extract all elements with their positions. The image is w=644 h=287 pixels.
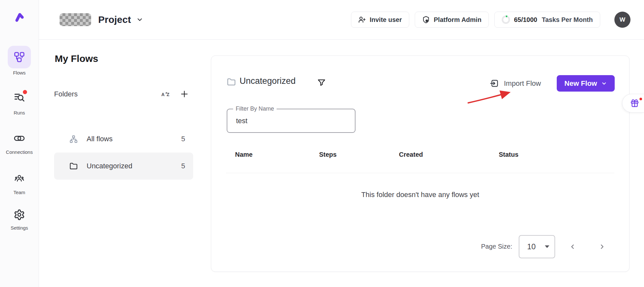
app-root: Flows Runs Connections Team Set bbox=[0, 0, 644, 287]
filter-by-name-field: Filter By Name bbox=[227, 109, 355, 133]
filter-funnel-icon[interactable] bbox=[317, 79, 326, 87]
table-header-divider bbox=[226, 173, 614, 173]
folder-item-count: 5 bbox=[181, 135, 185, 143]
sidebar-item-team[interactable]: Team bbox=[0, 173, 39, 195]
svg-text:A: A bbox=[161, 92, 165, 97]
column-header-steps: Steps bbox=[319, 151, 336, 158]
previous-page-button[interactable] bbox=[565, 240, 580, 254]
page-size-label: Page Size: bbox=[481, 243, 512, 250]
chevron-down-icon bbox=[601, 81, 607, 86]
sidebar-item-label: Flows bbox=[13, 70, 25, 75]
platform-admin-label: Platform Admin bbox=[434, 16, 481, 24]
column-header-created: Created bbox=[399, 151, 423, 158]
top-header: Project Invite user Platform Admin 65/10… bbox=[39, 0, 644, 40]
column-header-status: Status bbox=[499, 151, 518, 158]
sidebar-item-label: Team bbox=[14, 190, 25, 195]
activepieces-logo-icon[interactable] bbox=[14, 11, 25, 24]
folders-header: Folders AZ bbox=[54, 90, 193, 98]
folder-item-uncategorized[interactable]: Uncategorized 5 bbox=[54, 153, 193, 180]
page-size-value: 10 bbox=[527, 242, 536, 251]
folders-title: Folders bbox=[54, 90, 78, 98]
dropdown-arrow-icon bbox=[545, 245, 549, 248]
sidebar-item-label: Runs bbox=[14, 110, 25, 115]
folder-icon bbox=[70, 162, 78, 170]
import-flow-button[interactable]: Import Flow bbox=[490, 79, 541, 88]
column-header-name: Name bbox=[235, 151, 252, 158]
folder-item-label: All flows bbox=[87, 135, 113, 143]
workflow-icon bbox=[14, 52, 25, 63]
tasks-usage-label: Tasks Per Month bbox=[542, 16, 593, 24]
flows-panel: Uncategorized Import Flow New Flow Filte… bbox=[211, 55, 630, 272]
folder-icon bbox=[227, 78, 236, 86]
invite-user-label: Invite user bbox=[370, 16, 402, 24]
flows-active-highlight bbox=[8, 46, 31, 68]
sort-az-icon[interactable]: AZ bbox=[161, 90, 170, 98]
import-flow-label: Import Flow bbox=[504, 79, 541, 88]
svg-text:Z: Z bbox=[167, 92, 170, 97]
sidebar-item-runs[interactable]: Runs bbox=[0, 92, 39, 115]
runs-icon bbox=[14, 92, 25, 103]
user-plus-icon bbox=[358, 16, 366, 24]
empty-state-message: This folder doesn't have any flows yet bbox=[211, 191, 629, 199]
project-name-label: Project bbox=[98, 14, 131, 25]
notification-dot bbox=[639, 98, 642, 100]
avatar[interactable]: W bbox=[614, 12, 630, 28]
sidebar-rail: Flows Runs Connections Team Set bbox=[0, 0, 39, 287]
progress-ring bbox=[502, 15, 510, 24]
shield-icon bbox=[422, 16, 430, 24]
panel-folder-title: Uncategorized bbox=[240, 76, 296, 86]
sidebar-item-label: Settings bbox=[11, 225, 28, 231]
chevron-down-icon[interactable] bbox=[136, 16, 143, 23]
network-icon bbox=[70, 135, 78, 143]
page-title: My Flows bbox=[55, 53, 98, 64]
new-flow-button[interactable]: New Flow bbox=[557, 75, 615, 92]
sidebar-item-flows[interactable]: Flows bbox=[0, 46, 39, 75]
censored-project-name bbox=[60, 13, 91, 26]
next-page-button[interactable] bbox=[595, 240, 609, 254]
annotation-arrow bbox=[466, 89, 514, 104]
sidebar-item-settings[interactable]: Settings bbox=[0, 209, 39, 231]
whats-new-tab[interactable] bbox=[622, 94, 644, 113]
sidebar-item-connections[interactable]: Connections bbox=[0, 133, 39, 155]
platform-admin-button[interactable]: Platform Admin bbox=[415, 12, 489, 28]
page-size-select[interactable]: 10 bbox=[519, 235, 555, 258]
new-flow-label: New Flow bbox=[564, 79, 597, 88]
filter-by-name-input[interactable] bbox=[227, 109, 355, 132]
sidebar-item-label: Connections bbox=[6, 149, 33, 155]
team-icon bbox=[14, 173, 24, 183]
notification-dot bbox=[23, 90, 27, 94]
folder-item-count: 5 bbox=[181, 162, 185, 170]
gear-icon bbox=[14, 209, 25, 221]
invite-user-button[interactable]: Invite user bbox=[351, 12, 409, 28]
tasks-usage-chip[interactable]: 65/1000 Tasks Per Month bbox=[494, 12, 600, 28]
folder-item-label: Uncategorized bbox=[87, 162, 132, 170]
link-icon bbox=[14, 133, 25, 144]
plus-icon[interactable] bbox=[180, 90, 189, 98]
folder-item-all-flows[interactable]: All flows 5 bbox=[54, 125, 193, 153]
tasks-usage-value: 65/1000 bbox=[514, 16, 537, 24]
folders-actions: AZ bbox=[161, 90, 193, 98]
import-icon bbox=[490, 79, 499, 88]
